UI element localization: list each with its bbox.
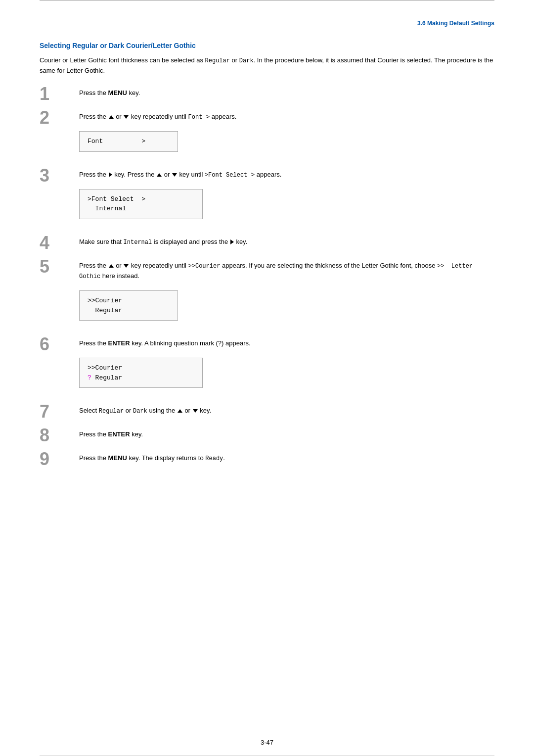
intro-text: Courier or Letter Gothic font thickness … <box>40 55 494 76</box>
triangle-up-icon-2a <box>109 115 114 119</box>
triangle-down-icon-2a <box>124 115 129 119</box>
page-container: 3.6 Making Default Settings Selecting Re… <box>0 0 534 756</box>
menu-key-label-9: MENU <box>108 454 127 462</box>
code-regular: Regular <box>205 57 230 64</box>
code-font: Font <box>188 114 203 121</box>
enter-key-label-8: ENTER <box>108 430 130 438</box>
triangle-up-icon-5a <box>109 264 114 268</box>
step-8-row: 8 Press the ENTER key. <box>40 429 494 444</box>
step-4-row: 4 Make sure that Internal is displayed a… <box>40 237 494 252</box>
step-3-content: Press the key. Press the or key until >F… <box>79 170 494 223</box>
header-section-label: 3.6 Making Default Settings <box>40 20 494 27</box>
step-9-row: 9 Press the MENU key. The display return… <box>40 453 494 468</box>
triangle-right-icon-3a <box>109 172 112 177</box>
code-courier: >>Courier <box>188 263 221 270</box>
triangle-down-icon-7 <box>193 409 198 413</box>
code-internal: Internal <box>124 239 152 246</box>
triangle-right-icon-4 <box>230 239 234 244</box>
step-7-content: Select Regular or Dark using the or key. <box>79 406 494 416</box>
code-font-select: >Font Select <box>205 172 247 179</box>
step-5-row: 5 Press the or key repeatedly until >>Co… <box>40 261 494 325</box>
step-9-number: 9 <box>40 450 69 468</box>
step-5-number: 5 <box>40 258 69 276</box>
step-5-content: Press the or key repeatedly until >>Cour… <box>79 261 494 325</box>
step-2-row: 2 Press the or key repeatedly until Font… <box>40 112 494 156</box>
step-1-number: 1 <box>40 85 69 103</box>
code-letter-gothic: >> Letter Gothic <box>79 263 473 280</box>
step-7-row: 7 Select Regular or Dark using the or ke… <box>40 406 494 421</box>
step-2-content: Press the or key repeatedly until Font >… <box>79 112 494 156</box>
page-number: 3-47 <box>261 739 273 746</box>
menu-key-label: MENU <box>108 89 127 96</box>
triangle-up-icon-7 <box>178 409 182 413</box>
display-box-5: >>Courier Regular <box>79 290 178 321</box>
step-3-row: 3 Press the key. Press the or key until … <box>40 170 494 223</box>
triangle-up-icon-3a <box>157 173 162 177</box>
step-6-row: 6 Press the ENTER key. A blinking questi… <box>40 338 494 392</box>
steps-container: 1 Press the MENU key. 2 Press the or key… <box>40 88 494 468</box>
step-7-number: 7 <box>40 403 69 421</box>
display-box-2: Font > <box>79 131 178 152</box>
step-2-number: 2 <box>40 109 69 127</box>
enter-key-label-6: ENTER <box>108 339 130 347</box>
step-8-content: Press the ENTER key. <box>79 429 494 440</box>
step-8-number: 8 <box>40 426 69 444</box>
page-footer: 3-47 <box>0 739 534 746</box>
step-9-content: Press the MENU key. The display returns … <box>79 453 494 464</box>
display-box-3: >Font Select > Internal <box>79 189 203 219</box>
top-border <box>40 0 494 1</box>
step-4-content: Make sure that Internal is displayed and… <box>79 237 494 247</box>
step-3-number: 3 <box>40 167 69 185</box>
code-ready: Ready <box>205 455 223 462</box>
display-box-6: >>Courier ? Regular <box>79 358 203 388</box>
code-dark-7: Dark <box>133 408 147 415</box>
step-6-number: 6 <box>40 335 69 353</box>
step-6-content: Press the ENTER key. A blinking question… <box>79 338 494 392</box>
code-regular-7: Regular <box>99 408 124 415</box>
step-1-content: Press the MENU key. <box>79 88 494 98</box>
section-title: Selecting Regular or Dark Courier/Letter… <box>40 42 494 49</box>
code-dark: Dark <box>239 57 254 64</box>
triangle-down-icon-5a <box>124 264 129 268</box>
step-4-number: 4 <box>40 234 69 252</box>
blink-cursor: ? <box>88 374 91 381</box>
step-1-row: 1 Press the MENU key. <box>40 88 494 103</box>
triangle-down-icon-3a <box>172 173 177 177</box>
